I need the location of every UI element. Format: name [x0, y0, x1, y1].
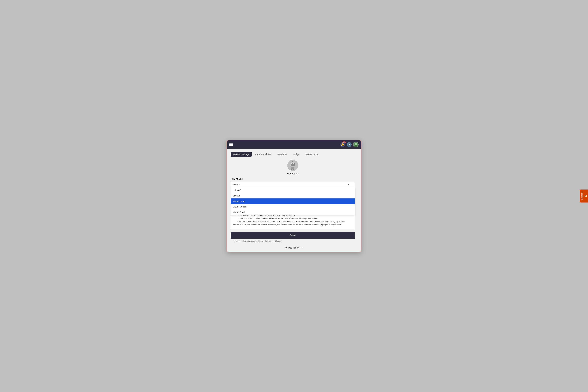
svg-rect-10: [291, 166, 294, 169]
use-bot-button[interactable]: Use this bot →: [288, 246, 303, 249]
dropdown-option-mistral-small[interactable]: Mistral Small: [231, 210, 355, 215]
avatar-section: Bot avatar: [230, 160, 355, 175]
dropdown-option-mistral-large[interactable]: Mistral Large: [231, 198, 355, 204]
refresh-icon: ↻: [285, 246, 287, 249]
svg-point-2: [354, 145, 358, 147]
dropdown-option-gpt35[interactable]: GPT3.5: [231, 193, 355, 198]
feedback-label: Feedback: [581, 192, 583, 200]
weather-button[interactable]: 🌤: [347, 142, 352, 147]
tab-developer[interactable]: Developer: [274, 152, 290, 157]
notification-badge: 99+: [342, 142, 346, 143]
app-window: 🔔 99+ 🌤 General settings Knowledge base …: [227, 140, 362, 252]
tab-widget-inbox[interactable]: Widget inbox: [303, 152, 321, 157]
svg-rect-11: [292, 169, 292, 170]
svg-point-9: [292, 161, 293, 162]
hamburger-menu[interactable]: [230, 144, 233, 146]
svg-rect-6: [293, 163, 294, 164]
tabs-bar: General settings Knowledge base Develope…: [230, 152, 358, 157]
content-scroll[interactable]: Bot avatar LLM Model GPT3.5 ▼ LLAMA2 GPT…: [230, 160, 358, 244]
notification-button[interactable]: 🔔 99+: [340, 142, 345, 147]
llm-model-label: LLM Model: [230, 178, 355, 180]
llm-model-value: GPT3.5: [232, 183, 240, 186]
llm-model-dropdown: LLAMA2 GPT3.5 Mistral Large Mistral Medi…: [230, 188, 355, 215]
user-avatar[interactable]: [353, 142, 358, 147]
tab-widget[interactable]: Widget: [290, 152, 302, 157]
svg-rect-7: [292, 165, 294, 166]
chevron-down-icon: ▼: [348, 184, 349, 186]
bottom-hint: * If you don't know the answer, just say…: [230, 240, 355, 244]
svg-point-1: [355, 143, 357, 145]
llm-model-section: LLM Model GPT3.5 ▼ LLAMA2 GPT3.5 Mistral…: [230, 178, 355, 188]
dropdown-option-mistral-medium[interactable]: Mistral Medium: [231, 204, 355, 210]
svg-rect-5: [291, 163, 292, 164]
tab-general-settings[interactable]: General settings: [230, 152, 252, 157]
feedback-tab[interactable]: ✉ Feedback: [580, 190, 588, 202]
dropdown-option-llama2[interactable]: LLAMA2: [231, 188, 355, 193]
main-content: General settings Knowledge base Develope…: [227, 149, 361, 252]
use-bot-row: ↻ Use this bot →: [230, 244, 358, 252]
titlebar: 🔔 99+ 🌤: [227, 140, 361, 149]
svg-rect-12: [293, 169, 294, 170]
titlebar-icons: 🔔 99+ 🌤: [340, 142, 358, 147]
bot-avatar-label: Bot avatar: [287, 172, 298, 175]
llm-model-select-wrapper: GPT3.5 ▼ LLAMA2 GPT3.5 Mistral Large Mis…: [230, 182, 355, 188]
tab-knowledge-base[interactable]: Knowledge base: [252, 152, 274, 157]
feedback-icon: ✉: [584, 194, 587, 198]
save-button[interactable]: Save: [230, 232, 355, 239]
llm-model-select[interactable]: GPT3.5 ▼: [230, 182, 355, 188]
svg-rect-4: [291, 162, 295, 166]
bot-avatar-image[interactable]: [287, 160, 298, 171]
